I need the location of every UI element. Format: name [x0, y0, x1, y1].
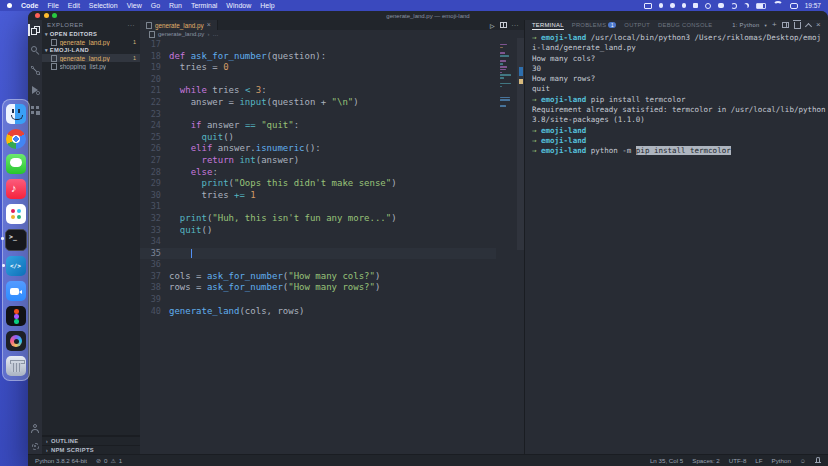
folder-section[interactable]: ▾ EMOJI-LAND — [42, 46, 140, 54]
status-spaces-2[interactable]: Spaces: 2 — [692, 457, 720, 464]
menu-help[interactable]: Help — [260, 0, 274, 11]
section-npm-scripts[interactable]: ›NPM SCRIPTS — [42, 445, 140, 454]
control-center-icon[interactable] — [790, 3, 798, 9]
shell-selector[interactable]: 1: Python — [732, 22, 759, 28]
problems-status[interactable]: ⊘ 0 ⚠ 1 — [96, 457, 122, 464]
code-line[interactable]: 18def ask_for_number(question): — [140, 51, 496, 63]
figma-app-icon[interactable] — [6, 306, 26, 326]
file-item-generate_land.py[interactable]: generate_land.py1 — [42, 54, 140, 62]
tab-close-icon[interactable]: × — [207, 22, 211, 28]
menu-file[interactable]: File — [48, 0, 59, 11]
circle-2-icon[interactable] — [670, 3, 675, 8]
code-line[interactable]: 30 tries += 1 — [140, 190, 496, 202]
feedback-smiley-icon[interactable]: ☺ — [800, 458, 806, 464]
slack-app-icon[interactable] — [6, 204, 26, 224]
dock-item-figma[interactable] — [6, 306, 26, 326]
circle-1-icon[interactable] — [659, 3, 664, 8]
dock-item-chrome[interactable] — [6, 129, 26, 149]
editor-more-actions-icon[interactable]: ··· — [512, 22, 520, 28]
minimap[interactable] — [500, 41, 516, 108]
code-line[interactable]: 32 print("Huh, this isn't fun any more..… — [140, 213, 496, 225]
status-utf-8[interactable]: UTF-8 — [729, 457, 747, 464]
music-app-icon[interactable] — [6, 179, 26, 199]
menu-terminal[interactable]: Terminal — [191, 0, 217, 11]
finder-app-icon[interactable] — [6, 104, 26, 124]
file-item-shopping_list.py[interactable]: shopping_list.py — [42, 62, 140, 70]
panel-tab-output[interactable]: OUTPUT — [624, 20, 650, 30]
dock-item-music[interactable] — [6, 179, 26, 199]
extensions-button[interactable] — [28, 105, 42, 115]
minimize-window-button[interactable] — [44, 13, 49, 18]
menu-view[interactable]: View — [127, 0, 142, 11]
explorer-more-icon[interactable]: ··· — [128, 22, 136, 28]
code-line[interactable]: 27 return int(answer) — [140, 155, 496, 167]
code-line[interactable]: 19 tries = 0 — [140, 62, 496, 74]
kill-terminal-icon[interactable] — [794, 22, 801, 29]
dock-item-finder[interactable] — [6, 104, 26, 124]
menu-edit[interactable]: Edit — [68, 0, 80, 11]
code-line[interactable]: 25 quit() — [140, 132, 496, 144]
open-editors-section[interactable]: ▾ OPEN EDITORS — [42, 30, 140, 38]
zoom-app-icon[interactable] — [6, 281, 26, 301]
settings-button[interactable] — [28, 441, 42, 451]
dock-item-trash[interactable] — [6, 356, 26, 376]
vscode-app-icon[interactable] — [6, 256, 26, 276]
code-line[interactable]: 37cols = ask_for_number("How many cols?"… — [140, 271, 496, 283]
menu-selection[interactable]: Selection — [89, 0, 118, 11]
chrome-app-icon[interactable] — [6, 129, 26, 149]
code-line[interactable]: 28 else: — [140, 167, 496, 179]
account-button[interactable] — [28, 423, 42, 433]
python-version-status[interactable]: Python 3.8.2 64-bit — [35, 457, 87, 464]
chat-icon[interactable] — [718, 3, 724, 8]
dock-item-terminal[interactable] — [5, 229, 27, 251]
split-editor-icon[interactable] — [500, 22, 507, 28]
wifi-icon[interactable] — [773, 1, 783, 10]
battery-icon[interactable] — [756, 3, 766, 9]
run-debug-button[interactable] — [28, 85, 42, 95]
status-ln-35-col-5[interactable]: Ln 35, Col 5 — [650, 457, 683, 464]
code-line[interactable]: 36 — [140, 259, 496, 271]
maximize-panel-icon[interactable] — [805, 22, 812, 29]
dock-item-media[interactable] — [6, 331, 26, 351]
menu-run[interactable]: Run — [169, 0, 182, 11]
close-window-button[interactable] — [35, 13, 40, 18]
code-line[interactable]: 22 answer = input(question + "\n") — [140, 97, 496, 109]
file-item-generate_land.py[interactable]: generate_land.py1 — [42, 38, 140, 46]
split-terminal-icon[interactable] — [782, 22, 789, 28]
code-line[interactable]: 35 — [140, 248, 496, 260]
code-line[interactable]: 17 — [140, 39, 496, 51]
new-terminal-icon[interactable]: + — [772, 22, 777, 28]
sync-icon[interactable] — [731, 3, 737, 9]
trash-app-icon[interactable] — [6, 356, 26, 376]
panel-tab-problems[interactable]: PROBLEMS1 — [572, 20, 617, 30]
breadcrumb-item[interactable]: … — [212, 31, 218, 37]
terminal-output[interactable]: → emoji-land /usr/local/bin/python3 /Use… — [525, 30, 828, 454]
moon-icon[interactable] — [744, 3, 749, 8]
close-panel-icon[interactable]: × — [816, 22, 821, 28]
menu-go[interactable]: Go — [151, 0, 160, 11]
search-icon[interactable] — [705, 3, 711, 9]
code-line[interactable]: 31 — [140, 201, 496, 213]
code-line[interactable]: 34 — [140, 236, 496, 248]
code-line[interactable]: 33 quit() — [140, 225, 496, 237]
zoom-window-button[interactable] — [52, 13, 57, 18]
code-editor[interactable]: 1718def ask_for_number(question):19 trie… — [140, 38, 524, 454]
code-line[interactable]: 29 print("Oops this didn't make sense") — [140, 178, 496, 190]
tab-generate-land[interactable]: generate_land.py × — [140, 20, 218, 30]
menubar-clock[interactable]: 19:57 — [805, 2, 821, 9]
dock-item-vscode[interactable] — [6, 256, 26, 276]
status-python[interactable]: Python — [772, 457, 791, 464]
menu-window[interactable]: Window — [226, 0, 251, 11]
app-badge-icon[interactable] — [693, 3, 698, 8]
apple-menu-icon[interactable] — [7, 3, 12, 8]
code-line[interactable]: 26 elif answer.isnumeric(): — [140, 143, 496, 155]
display-icon[interactable] — [644, 3, 652, 9]
source-control-button[interactable] — [28, 65, 42, 75]
breadcrumb-item[interactable]: generate_land.py — [158, 31, 204, 37]
dock-item-slack[interactable] — [6, 204, 26, 224]
run-python-file-icon[interactable]: ▷ — [490, 22, 495, 29]
explorer-button[interactable] — [28, 25, 42, 35]
code-line[interactable]: 20 — [140, 74, 496, 86]
messages-app-icon[interactable] — [6, 154, 26, 174]
terminal-app-icon[interactable] — [5, 229, 27, 251]
